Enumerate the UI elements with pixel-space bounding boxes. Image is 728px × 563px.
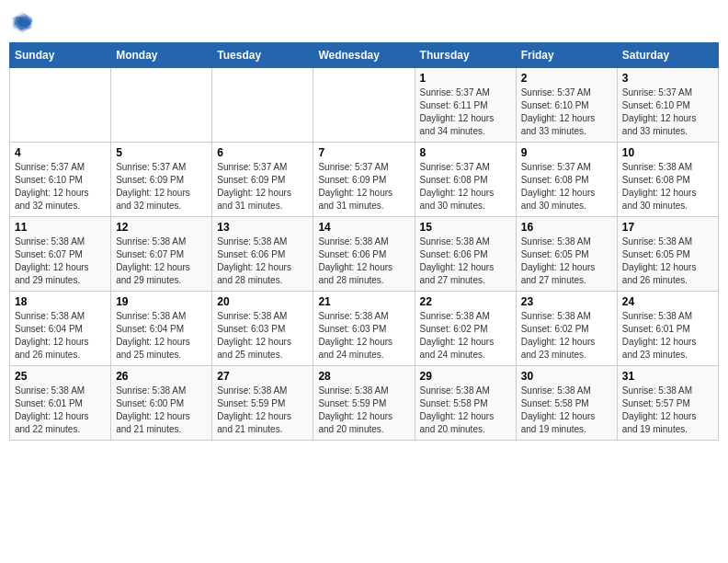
day-info: Sunrise: 5:37 AM Sunset: 6:08 PM Dayligh…: [521, 161, 612, 213]
calendar-cell: 9Sunrise: 5:37 AM Sunset: 6:08 PM Daylig…: [516, 143, 617, 217]
day-info: Sunrise: 5:38 AM Sunset: 6:02 PM Dayligh…: [521, 310, 612, 362]
header-cell-saturday: Saturday: [617, 43, 718, 68]
day-info: Sunrise: 5:38 AM Sunset: 5:58 PM Dayligh…: [420, 385, 511, 436]
calendar-week-1: 1Sunrise: 5:37 AM Sunset: 6:11 PM Daylig…: [10, 68, 719, 143]
day-info: Sunrise: 5:37 AM Sunset: 6:09 PM Dayligh…: [217, 161, 308, 213]
day-number: 24: [622, 295, 713, 308]
day-number: 30: [521, 370, 612, 383]
day-number: 11: [15, 221, 106, 234]
calendar-cell: 12Sunrise: 5:38 AM Sunset: 6:07 PM Dayli…: [111, 217, 212, 292]
calendar-cell: [10, 68, 111, 143]
day-info: Sunrise: 5:38 AM Sunset: 6:04 PM Dayligh…: [15, 310, 106, 362]
header-cell-friday: Friday: [516, 43, 617, 68]
calendar-cell: 15Sunrise: 5:38 AM Sunset: 6:06 PM Dayli…: [415, 217, 516, 292]
calendar-cell: 5Sunrise: 5:37 AM Sunset: 6:09 PM Daylig…: [111, 143, 212, 217]
calendar-cell: 27Sunrise: 5:38 AM Sunset: 5:59 PM Dayli…: [212, 366, 313, 441]
calendar-cell: 25Sunrise: 5:38 AM Sunset: 6:01 PM Dayli…: [10, 366, 111, 441]
day-info: Sunrise: 5:38 AM Sunset: 5:59 PM Dayligh…: [217, 385, 308, 436]
day-info: Sunrise: 5:38 AM Sunset: 6:00 PM Dayligh…: [116, 385, 207, 436]
calendar-cell: 8Sunrise: 5:37 AM Sunset: 6:08 PM Daylig…: [415, 143, 516, 217]
day-number: 15: [420, 221, 511, 234]
day-info: Sunrise: 5:38 AM Sunset: 6:05 PM Dayligh…: [622, 236, 713, 287]
day-number: 21: [318, 295, 409, 308]
header: [9, 9, 719, 35]
calendar-table: SundayMondayTuesdayWednesdayThursdayFrid…: [9, 42, 719, 441]
header-cell-wednesday: Wednesday: [313, 43, 415, 68]
calendar-cell: 23Sunrise: 5:38 AM Sunset: 6:02 PM Dayli…: [516, 292, 617, 366]
calendar-cell: 3Sunrise: 5:37 AM Sunset: 6:10 PM Daylig…: [617, 68, 718, 143]
day-info: Sunrise: 5:37 AM Sunset: 6:08 PM Dayligh…: [420, 161, 511, 213]
calendar-cell: 4Sunrise: 5:37 AM Sunset: 6:10 PM Daylig…: [10, 143, 111, 217]
calendar-cell: 30Sunrise: 5:38 AM Sunset: 5:58 PM Dayli…: [516, 366, 617, 441]
calendar-cell: 14Sunrise: 5:38 AM Sunset: 6:06 PM Dayli…: [313, 217, 415, 292]
day-number: 20: [217, 295, 308, 308]
day-info: Sunrise: 5:37 AM Sunset: 6:11 PM Dayligh…: [420, 86, 511, 138]
calendar-week-2: 4Sunrise: 5:37 AM Sunset: 6:10 PM Daylig…: [10, 143, 719, 217]
day-info: Sunrise: 5:38 AM Sunset: 6:06 PM Dayligh…: [318, 236, 409, 287]
calendar-cell: 29Sunrise: 5:38 AM Sunset: 5:58 PM Dayli…: [415, 366, 516, 441]
day-number: 7: [318, 146, 409, 159]
calendar-cell: 28Sunrise: 5:38 AM Sunset: 5:59 PM Dayli…: [313, 366, 415, 441]
calendar-cell: 1Sunrise: 5:37 AM Sunset: 6:11 PM Daylig…: [415, 68, 516, 143]
calendar-week-4: 18Sunrise: 5:38 AM Sunset: 6:04 PM Dayli…: [10, 292, 719, 366]
calendar-week-5: 25Sunrise: 5:38 AM Sunset: 6:01 PM Dayli…: [10, 366, 719, 441]
calendar-cell: 13Sunrise: 5:38 AM Sunset: 6:06 PM Dayli…: [212, 217, 313, 292]
day-number: 28: [318, 370, 409, 383]
calendar-cell: [313, 68, 415, 143]
header-cell-thursday: Thursday: [415, 43, 516, 68]
calendar-cell: 16Sunrise: 5:38 AM Sunset: 6:05 PM Dayli…: [516, 217, 617, 292]
calendar-cell: 11Sunrise: 5:38 AM Sunset: 6:07 PM Dayli…: [10, 217, 111, 292]
calendar-cell: 31Sunrise: 5:38 AM Sunset: 5:57 PM Dayli…: [617, 366, 718, 441]
day-number: 31: [622, 370, 713, 383]
day-info: Sunrise: 5:38 AM Sunset: 6:07 PM Dayligh…: [116, 236, 207, 287]
day-number: 25: [15, 370, 106, 383]
day-info: Sunrise: 5:38 AM Sunset: 6:06 PM Dayligh…: [217, 236, 308, 287]
day-info: Sunrise: 5:37 AM Sunset: 6:09 PM Dayligh…: [318, 161, 409, 213]
calendar-cell: [212, 68, 313, 143]
day-number: 17: [622, 221, 713, 234]
calendar-cell: 18Sunrise: 5:38 AM Sunset: 6:04 PM Dayli…: [10, 292, 111, 366]
day-number: 2: [521, 72, 612, 85]
day-info: Sunrise: 5:38 AM Sunset: 6:01 PM Dayligh…: [622, 310, 713, 362]
day-number: 16: [521, 221, 612, 234]
day-number: 18: [15, 295, 106, 308]
calendar-cell: 22Sunrise: 5:38 AM Sunset: 6:02 PM Dayli…: [415, 292, 516, 366]
logo: [9, 9, 39, 35]
logo-icon: [9, 9, 35, 35]
day-number: 19: [116, 295, 207, 308]
header-cell-monday: Monday: [111, 43, 212, 68]
day-number: 10: [622, 146, 713, 159]
day-info: Sunrise: 5:37 AM Sunset: 6:10 PM Dayligh…: [622, 86, 713, 138]
day-info: Sunrise: 5:38 AM Sunset: 5:59 PM Dayligh…: [318, 385, 409, 436]
calendar-cell: 6Sunrise: 5:37 AM Sunset: 6:09 PM Daylig…: [212, 143, 313, 217]
day-number: 22: [420, 295, 511, 308]
day-info: Sunrise: 5:37 AM Sunset: 6:09 PM Dayligh…: [116, 161, 207, 213]
calendar-cell: 26Sunrise: 5:38 AM Sunset: 6:00 PM Dayli…: [111, 366, 212, 441]
day-info: Sunrise: 5:38 AM Sunset: 6:05 PM Dayligh…: [521, 236, 612, 287]
calendar-cell: [111, 68, 212, 143]
day-number: 9: [521, 146, 612, 159]
day-number: 4: [15, 146, 106, 159]
day-number: 13: [217, 221, 308, 234]
calendar-cell: 10Sunrise: 5:38 AM Sunset: 6:08 PM Dayli…: [617, 143, 718, 217]
day-number: 12: [116, 221, 207, 234]
day-number: 6: [217, 146, 308, 159]
calendar-cell: 2Sunrise: 5:37 AM Sunset: 6:10 PM Daylig…: [516, 68, 617, 143]
calendar-cell: 21Sunrise: 5:38 AM Sunset: 6:03 PM Dayli…: [313, 292, 415, 366]
calendar-cell: 24Sunrise: 5:38 AM Sunset: 6:01 PM Dayli…: [617, 292, 718, 366]
day-number: 26: [116, 370, 207, 383]
day-number: 3: [622, 72, 713, 85]
day-info: Sunrise: 5:38 AM Sunset: 6:03 PM Dayligh…: [318, 310, 409, 362]
calendar-body: 1Sunrise: 5:37 AM Sunset: 6:11 PM Daylig…: [10, 68, 719, 441]
day-info: Sunrise: 5:38 AM Sunset: 6:06 PM Dayligh…: [420, 236, 511, 287]
day-number: 8: [420, 146, 511, 159]
calendar-cell: 19Sunrise: 5:38 AM Sunset: 6:04 PM Dayli…: [111, 292, 212, 366]
calendar-cell: 20Sunrise: 5:38 AM Sunset: 6:03 PM Dayli…: [212, 292, 313, 366]
day-number: 23: [521, 295, 612, 308]
day-info: Sunrise: 5:38 AM Sunset: 5:57 PM Dayligh…: [622, 385, 713, 436]
header-cell-tuesday: Tuesday: [212, 43, 313, 68]
day-number: 14: [318, 221, 409, 234]
day-info: Sunrise: 5:38 AM Sunset: 6:07 PM Dayligh…: [15, 236, 106, 287]
day-info: Sunrise: 5:38 AM Sunset: 6:08 PM Dayligh…: [622, 161, 713, 213]
day-info: Sunrise: 5:37 AM Sunset: 6:10 PM Dayligh…: [15, 161, 106, 213]
